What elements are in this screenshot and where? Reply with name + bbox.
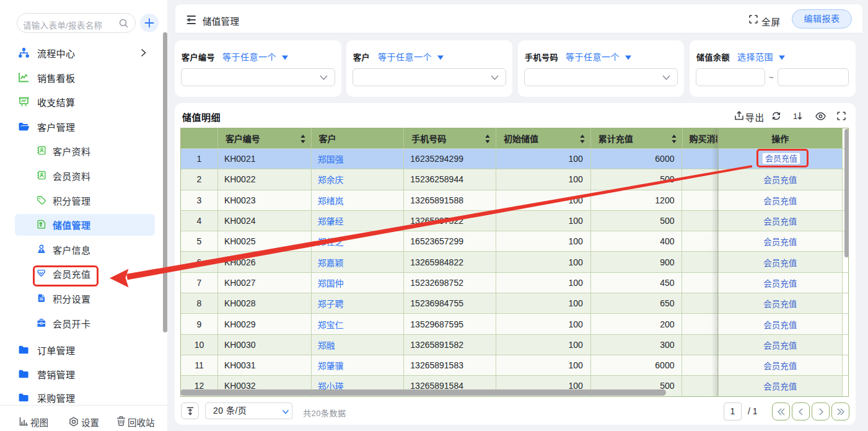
svg-text:1: 1: [793, 112, 797, 121]
